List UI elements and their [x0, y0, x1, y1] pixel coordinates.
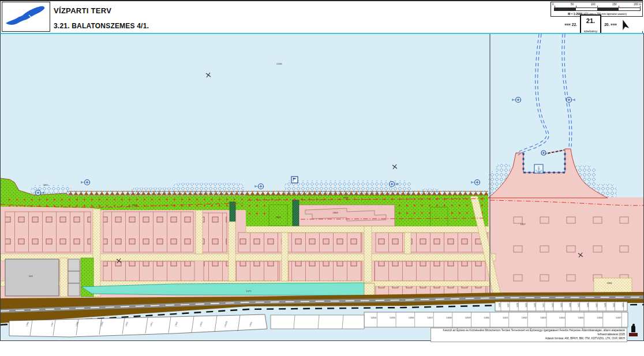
cadastre-strip [271, 315, 364, 329]
beach-sign-icon [291, 177, 298, 183]
parcel-number-row: 1436143714381439144014411442144314441445… [495, 304, 627, 306]
scale-panel: 0 50 100 150 200 m M = 1:2000 (420 mm x … [551, 2, 643, 31]
street [282, 233, 288, 281]
sheet-number: 21. [586, 17, 595, 24]
beach-buildings [498, 201, 640, 289]
logo-figure-body [631, 325, 635, 332]
scalebar-ticks: 0 50 100 150 200 m [552, 3, 641, 6]
small-parcel [364, 283, 375, 296]
parcel-number: 1439 [525, 301, 527, 309]
current-sheet-box: 21. szelvény [580, 14, 601, 35]
harbor-anchor-symbol: ⚓ [534, 164, 543, 173]
parcel-number: 1448 [604, 301, 606, 309]
grey-parcel [68, 259, 80, 271]
parcel-number: 1444 [569, 301, 571, 309]
stairs-feature [230, 202, 235, 222]
lake-balaton-icon [2, 2, 50, 32]
parcel-label: 1864 [332, 211, 338, 214]
scalebar [554, 8, 641, 11]
street [196, 210, 203, 254]
street [93, 209, 100, 297]
tick-label: 50 [571, 3, 574, 6]
parcel-number: 1445 [578, 301, 580, 309]
parcel-label: 1867 [520, 223, 526, 226]
parcel-label: 1862 [132, 204, 137, 207]
parcel-number: 1438 [516, 301, 518, 309]
parcel-number: 1454 [364, 316, 383, 319]
map-canvas: ⚓ 0166 1861 1862 1863 1865 1864 1867 186… [0, 33, 644, 341]
parcel-number: 1450 [621, 301, 624, 309]
cadastre-strip [364, 312, 628, 327]
parcel-number: 1464 [552, 316, 571, 319]
parcel-label: 1865 [343, 196, 349, 199]
plan-sheet: VÍZPARTI TERV 3.21. BALATONSZEMES 4/1. 0… [0, 0, 644, 356]
parcel-block [238, 233, 362, 252]
parcel-number: 1467 [609, 316, 628, 319]
parcel-label: 1866 [606, 282, 612, 284]
parcel-number: 1458 [440, 316, 459, 319]
anchor-icon: ⚓ [535, 166, 542, 173]
parcel-number: 1460 [477, 316, 496, 319]
parcel-block [201, 213, 227, 252]
street [60, 258, 68, 297]
parcel-number: 1441 [542, 301, 545, 309]
parcel-number: 1449 [613, 301, 615, 309]
street [594, 278, 632, 293]
buoy-icon [541, 151, 546, 155]
parcel-number: 1455 [383, 316, 402, 319]
logo-bar [629, 333, 638, 336]
north-arrow-icon [620, 19, 629, 31]
sheet-number-label: szelvény [584, 29, 597, 33]
parcel-number: 1446 [586, 301, 589, 309]
parcel-number: 1440 [534, 301, 536, 309]
parcel-number: 1443 [560, 301, 562, 309]
parcel-block [5, 212, 91, 252]
parcel-number-row: 144614471448144914501451145214531454/214… [15, 323, 263, 325]
parcel-block [375, 261, 485, 281]
street [405, 233, 411, 254]
parcel-label: 0166 [276, 62, 282, 65]
parcel-number: 1456 [402, 316, 421, 319]
parcel-number: 1465 [571, 316, 590, 319]
grey-parcel [68, 271, 80, 283]
stairs-feature [293, 200, 299, 227]
parcel-block [376, 233, 488, 252]
parcel-number: 1461 [496, 316, 515, 319]
parcel-number: 1442 [551, 301, 553, 309]
lake-polygon [6, 6, 44, 25]
parcel-number: 1463 [534, 316, 553, 319]
parcel-block [103, 261, 194, 281]
attribution-line1: Készült az Építési és Közlekedési Minisz… [433, 329, 625, 337]
street [364, 226, 372, 282]
parcel-number: 1436 [499, 301, 501, 309]
parcel-number: 1466 [590, 316, 609, 319]
attribution-line2: Adatok forrása: AM, BFKH, BM, ITM, KDTVI… [433, 337, 625, 341]
parcel-label: 1861 [43, 183, 48, 186]
parcel-block [289, 261, 362, 281]
parcel-block [103, 212, 193, 252]
parcel-number: 1437 [507, 301, 510, 309]
parcel-label: 143 [29, 275, 33, 278]
parcel-number: 1457 [421, 316, 440, 319]
green-parcel [269, 205, 287, 226]
parcel-number: 1459 [458, 316, 477, 319]
parcel-number-row: 1454145514561457145814591460146114621463… [364, 316, 628, 319]
parcel-block [204, 261, 279, 281]
parcel-label: 1863 [275, 216, 281, 219]
parcel-label: 1471 [246, 290, 252, 293]
parcel-number: 1462 [515, 316, 534, 319]
prev-sheet-label: ««« 22. [564, 23, 577, 27]
revetment-triangles [67, 191, 488, 195]
grey-parcel [68, 283, 80, 296]
lake-balaton-shape [2, 2, 48, 30]
tick-label: 0 [552, 3, 554, 6]
street [229, 222, 235, 281]
tick-label: 150 [612, 3, 617, 6]
sheet-header: VÍZPARTI TERV 3.21. BALATONSZEMES 4/1. 0… [0, 0, 643, 33]
grey-parcel-column [68, 259, 80, 296]
tick-label: 100 [591, 3, 596, 6]
publisher-logo-icon [629, 325, 638, 338]
parcel-number: 1447 [596, 301, 598, 309]
sheet-navigation: ««« 22. 21. szelvény 20. »»» [551, 18, 643, 31]
grey-parcel [5, 259, 59, 296]
